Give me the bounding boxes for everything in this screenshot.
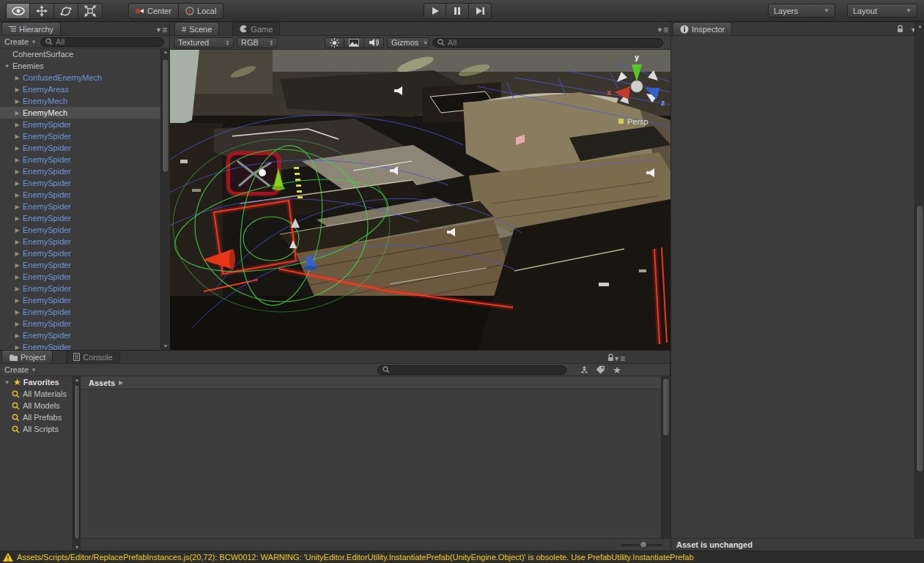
hierarchy-item[interactable]: ▶EnemyMech xyxy=(0,95,160,107)
hierarchy-item[interactable]: ▶EnemyAreas xyxy=(0,83,160,95)
inspector-scrollbar[interactable]: ▲ ▼ xyxy=(914,22,924,551)
hierarchy-item[interactable]: ▶EnemySpider xyxy=(0,165,160,177)
rotate-tool-button[interactable] xyxy=(54,3,78,19)
hierarchy-item[interactable]: ▶EnemySpider xyxy=(0,236,160,247)
hierarchy-item[interactable]: ▶EnemySpider xyxy=(0,294,160,306)
favorites-star-icon[interactable]: ★ xyxy=(613,365,621,376)
fold-arrow-icon[interactable]: ▶ xyxy=(13,192,21,198)
gizmos-dropdown[interactable]: Gizmos▼ xyxy=(387,37,429,48)
tree-favorite-item[interactable]: All Scripts xyxy=(0,423,80,435)
hierarchy-item[interactable]: ▶EnemySpider xyxy=(0,259,160,271)
tree-favorite-item[interactable]: All Prefabs xyxy=(0,411,80,423)
fold-arrow-icon[interactable]: ▶ xyxy=(13,145,21,152)
tree-favorite-item[interactable]: All Models xyxy=(0,400,80,411)
lock-icon[interactable] xyxy=(897,25,903,34)
panel-menu-icon[interactable]: ▼≡ xyxy=(155,25,166,35)
audio-toggle[interactable] xyxy=(364,37,384,48)
fold-arrow-icon[interactable]: ▶ xyxy=(13,122,21,128)
tab-project[interactable]: Project xyxy=(1,350,53,363)
panel-menu-icon[interactable]: ▼≡ xyxy=(613,354,624,364)
slider-knob[interactable] xyxy=(640,541,647,548)
fold-arrow-icon[interactable]: ▶ xyxy=(13,110,21,116)
search-by-type-icon[interactable] xyxy=(580,365,589,374)
hierarchy-item[interactable]: ▶EnemySpider xyxy=(0,271,160,283)
lighting-toggle[interactable] xyxy=(325,37,344,48)
inspector-scrollbar-thumb[interactable] xyxy=(916,205,924,472)
status-bar[interactable]: Assets/Scripts/Editor/ReplacePrefabInsta… xyxy=(0,551,924,563)
scene-search-input[interactable]: All xyxy=(432,38,663,48)
fold-arrow-icon[interactable]: ▶ xyxy=(13,286,21,292)
fold-arrow-icon[interactable]: ▶ xyxy=(13,297,21,304)
fold-arrow-icon[interactable]: ▶ xyxy=(13,344,21,351)
fold-arrow-icon[interactable]: ▶ xyxy=(13,250,21,257)
fold-arrow-icon[interactable]: ▶ xyxy=(13,86,21,93)
tree-favorites[interactable]: ▼★Favorites xyxy=(0,376,80,388)
color-mode-dropdown[interactable]: RGB▲▼ xyxy=(237,37,278,48)
hierarchy-item[interactable]: ▶EnemySpider xyxy=(0,130,160,142)
scene-viewport[interactable]: y x z Persp xyxy=(170,50,670,350)
hierarchy-item[interactable]: CoherentSurface xyxy=(0,48,160,60)
fold-arrow-icon[interactable]: ▶ xyxy=(13,332,21,339)
tab-console[interactable]: Console xyxy=(66,350,119,363)
layers-dropdown[interactable]: Layers▼ xyxy=(768,4,835,18)
space-toggle-button[interactable]: Local xyxy=(179,3,223,19)
fold-arrow-icon[interactable]: ▶ xyxy=(13,157,21,163)
project-search-input[interactable] xyxy=(377,365,566,375)
create-button[interactable]: Create▼ xyxy=(0,37,40,46)
tab-scene[interactable]: # Scene xyxy=(174,22,219,35)
asset-grid-scrollbar-thumb[interactable] xyxy=(662,378,670,436)
fold-arrow-icon[interactable]: ▶ xyxy=(13,239,21,245)
fold-arrow-icon[interactable]: ▶ xyxy=(13,204,21,210)
search-by-label-icon[interactable] xyxy=(596,365,605,374)
fold-arrow-icon[interactable]: ▶ xyxy=(13,215,21,222)
hierarchy-item[interactable]: ▶EnemySpider xyxy=(0,306,160,318)
hierarchy-item[interactable]: ▶EnemySpider xyxy=(0,224,160,236)
fold-arrow-icon[interactable]: ▶ xyxy=(13,227,21,234)
fold-arrow-icon[interactable]: ▶ xyxy=(13,262,21,269)
hierarchy-search-input[interactable]: All xyxy=(40,37,164,47)
create-button[interactable]: Create▼ xyxy=(0,365,40,374)
breadcrumb-label[interactable]: Assets xyxy=(89,379,115,387)
hierarchy-scrollbar[interactable]: ▲ ▼ xyxy=(160,48,170,350)
tab-inspector[interactable]: Inspector xyxy=(673,22,732,35)
fold-arrow-icon[interactable]: ▼ xyxy=(3,63,11,70)
hierarchy-item[interactable]: ▶EnemySpider xyxy=(0,212,160,224)
hierarchy-item[interactable]: ▶EnemySpider xyxy=(0,142,160,154)
view-tool-button[interactable] xyxy=(6,3,30,19)
fold-arrow-icon[interactable]: ▶ xyxy=(13,180,21,187)
tree-favorite-item[interactable]: All Materials xyxy=(0,388,80,400)
fold-arrow-icon[interactable]: ▶ xyxy=(13,309,21,316)
fold-arrow-icon[interactable]: ▶ xyxy=(13,321,21,327)
move-tool-button[interactable] xyxy=(30,3,54,19)
hierarchy-item[interactable]: ▶EnemySpider xyxy=(0,119,160,130)
hierarchy-item[interactable]: ▶EnemySpider xyxy=(0,201,160,212)
fold-arrow-icon[interactable]: ▶ xyxy=(13,98,21,105)
asset-grid-scrollbar[interactable] xyxy=(661,376,670,539)
hierarchy-item[interactable]: ▶EnemyMech xyxy=(0,107,160,119)
step-button[interactable] xyxy=(469,3,492,19)
fold-arrow-icon[interactable]: ▶ xyxy=(13,274,21,280)
thumbnail-size-slider[interactable] xyxy=(621,544,663,546)
hierarchy-item[interactable]: ▶EnemySpider xyxy=(0,247,160,259)
hierarchy-item[interactable]: ▶EnemySpider xyxy=(0,283,160,294)
hierarchy-item[interactable]: ▼Enemies xyxy=(0,60,160,72)
hierarchy-scrollbar-thumb[interactable] xyxy=(162,59,169,173)
fold-arrow-icon[interactable]: ▶ xyxy=(13,133,21,140)
pause-button[interactable] xyxy=(446,3,469,19)
project-tree-scrollbar-thumb[interactable] xyxy=(74,384,80,540)
hierarchy-item[interactable]: ▶EnemySpider xyxy=(0,189,160,201)
hierarchy-item[interactable]: ▶ConfusedEnemyMech xyxy=(0,72,160,83)
hierarchy-item[interactable]: ▶EnemySpider xyxy=(0,318,160,329)
tab-game[interactable]: Game xyxy=(232,22,280,35)
hierarchy-item[interactable]: ▶EnemySpider xyxy=(0,177,160,189)
panel-menu-icon[interactable]: ▼≡ xyxy=(657,25,668,35)
play-button[interactable] xyxy=(424,3,446,19)
pivot-toggle-button[interactable]: Center xyxy=(128,3,179,19)
scale-tool-button[interactable] xyxy=(78,3,103,19)
render-mode-dropdown[interactable]: Textured▲▼ xyxy=(174,37,234,48)
hierarchy-item[interactable]: ▶EnemySpider xyxy=(0,154,160,165)
fold-arrow-icon[interactable]: ▼ xyxy=(3,379,11,386)
skybox-toggle[interactable] xyxy=(344,37,364,48)
hierarchy-item[interactable]: ▶EnemySpider xyxy=(0,329,160,341)
fold-arrow-icon[interactable]: ▶ xyxy=(13,75,21,81)
